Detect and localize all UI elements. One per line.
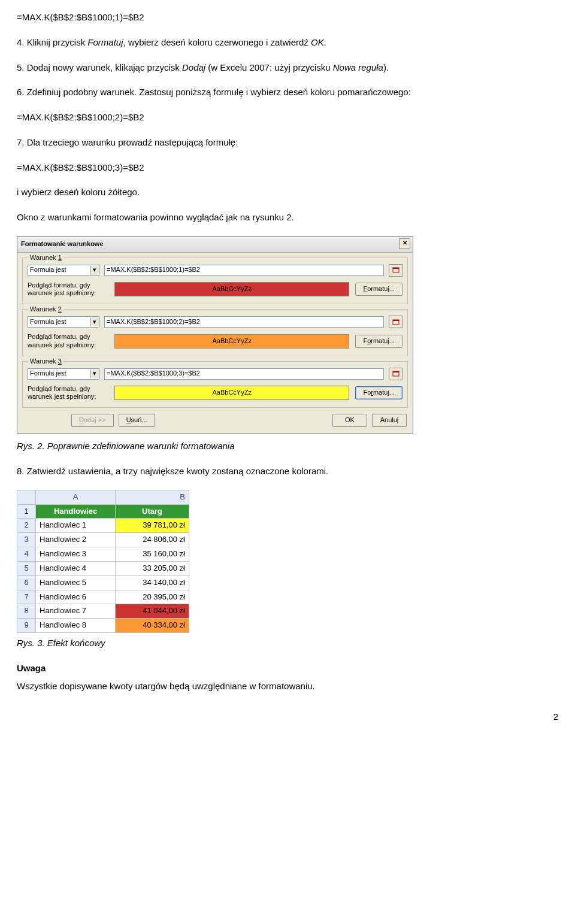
page-number: 2 xyxy=(17,710,558,723)
cell-name: Handlowiec 1 xyxy=(36,519,116,533)
formula-input-2[interactable]: =MAX.K($B$2:$B$1000;2)=$B2 xyxy=(104,316,384,328)
range-picker-icon[interactable] xyxy=(389,264,402,277)
cell-name: Handlowiec 5 xyxy=(36,575,116,590)
table-row: 1HandlowiecUtarg xyxy=(17,504,189,519)
row-header: 3 xyxy=(17,533,36,547)
dialog-titlebar: Formatowanie warunkowe ✕ xyxy=(17,237,413,253)
step-7b: i wybierz deseń koloru żółtego. xyxy=(17,186,558,199)
cell-value: 41 044,00 zł xyxy=(116,604,189,619)
row-header: 9 xyxy=(17,619,36,633)
formula-input-1[interactable]: =MAX.K($B$2:$B$1000;1)=$B2 xyxy=(104,265,384,276)
formula-input-3[interactable]: =MAX.K($B$2:$B$1000;3)=$B2 xyxy=(104,368,384,380)
formula-2: =MAX.K($B$2:$B$1000;2)=$B2 xyxy=(17,111,558,124)
figure-2-caption: Rys. 2. Poprawnie zdefiniowane warunki f… xyxy=(17,440,558,453)
step-5: 5. Dodaj nowy warunek, klikając przycisk… xyxy=(17,61,558,74)
step-6: 6. Zdefiniuj podobny warunek. Zastosuj p… xyxy=(17,86,558,99)
preview-label: Podgląd formatu, gdy warunek jest spełni… xyxy=(28,385,108,402)
cell-name: Handlowiec 6 xyxy=(36,590,116,604)
format-preview-2: AaBbCcYyZz xyxy=(114,334,349,349)
table-row: 7Handlowiec 620 395,00 zł xyxy=(17,590,189,604)
row-header: 2 xyxy=(17,519,36,533)
format-button-3[interactable]: Formatuj... xyxy=(355,386,402,399)
table-row: 2Handlowiec 139 781,00 zł xyxy=(17,519,189,533)
close-icon[interactable]: ✕ xyxy=(399,238,410,249)
row-header: 8 xyxy=(17,604,36,619)
condition-type-dropdown[interactable]: Formuła jest ▾ xyxy=(28,265,99,276)
step-7: 7. Dla trzeciego warunku prowadź następu… xyxy=(17,136,558,149)
conditional-formatting-dialog: Formatowanie warunkowe ✕ Warunek 1 Formu… xyxy=(17,236,413,434)
text: 4. Kliknij przycisk Formatuj, wybierz de… xyxy=(17,37,326,47)
row-header: 4 xyxy=(17,547,36,562)
group-warunek-3: Warunek 3 Formuła jest ▾ =MAX.K($B$2:$B$… xyxy=(22,361,408,408)
formula-3: =MAX.K($B$2:$B$1000;3)=$B2 xyxy=(17,161,558,174)
formula-input-text: =MAX.K($B$2:$B$1000;2)=$B2 xyxy=(107,317,200,327)
table-row: 5Handlowiec 433 205,00 zł xyxy=(17,561,189,575)
header-utarg: Utarg xyxy=(116,504,189,519)
table-row: 3Handlowiec 224 806,00 zł xyxy=(17,533,189,547)
group-warunek-2: Warunek 2 Formuła jest ▾ =MAX.K($B$2:$B$… xyxy=(22,309,408,356)
row-header: 5 xyxy=(17,561,36,575)
group-warunek-1: Warunek 1 Formuła jest ▾ =MAX.K($B$2:$B$… xyxy=(22,257,408,305)
col-header-a: A xyxy=(36,490,116,504)
format-preview-3: AaBbCcYyZz xyxy=(114,386,349,400)
row-header: 7 xyxy=(17,590,36,604)
text: 5. Dodaj nowy warunek, klikając przycisk… xyxy=(17,62,389,72)
format-button-2[interactable]: Formatuj... xyxy=(355,335,402,348)
step-4: 4. Kliknij przycisk Formatuj, wybierz de… xyxy=(17,36,558,49)
note-title-text: Uwaga xyxy=(17,663,46,673)
add-button[interactable]: Dodaj >> xyxy=(71,414,114,427)
range-picker-icon[interactable] xyxy=(389,316,402,328)
header-handlowiec: Handlowiec xyxy=(36,504,116,519)
cell-name: Handlowiec 3 xyxy=(36,547,116,562)
cell-value: 40 334,00 zł xyxy=(116,619,189,633)
condition-type-dropdown-3[interactable]: Formuła jest ▾ xyxy=(28,368,99,380)
chevron-down-icon: ▾ xyxy=(90,369,99,378)
dialog-title: Formatowanie warunkowe xyxy=(21,240,104,247)
dropdown-value: Formuła jest xyxy=(30,317,66,327)
cell-value: 34 140,00 zł xyxy=(116,575,189,590)
step-8: 8. Zatwierdź ustawienia, a trzy najwięks… xyxy=(17,465,558,478)
format-button-1[interactable]: Formatuj... xyxy=(355,283,402,296)
collapse-icon xyxy=(392,319,400,325)
row-header: 1 xyxy=(17,504,36,519)
collapse-icon xyxy=(392,371,400,377)
svg-rect-3 xyxy=(393,320,399,321)
cancel-button[interactable]: Anuluj xyxy=(372,414,407,427)
cell-name: Handlowiec 4 xyxy=(36,561,116,575)
ok-button[interactable]: OK xyxy=(332,414,367,427)
formula-input-text: =MAX.K($B$2:$B$1000;1)=$B2 xyxy=(107,265,200,275)
formula-input-text: =MAX.K($B$2:$B$1000;3)=$B2 xyxy=(107,369,200,378)
formula-0: =MAX.K($B$2:$B$1000;1)=$B2 xyxy=(17,11,558,24)
table-row: 9Handlowiec 840 334,00 zł xyxy=(17,619,189,633)
condition-type-dropdown-2[interactable]: Formuła jest ▾ xyxy=(28,316,99,328)
row-header: 6 xyxy=(17,575,36,590)
legend-1: Warunek 1 xyxy=(28,253,64,263)
note-title: Uwaga xyxy=(17,662,558,675)
cell-value: 33 205,00 zł xyxy=(116,561,189,575)
cell-value: 39 781,00 zł xyxy=(116,519,189,533)
cell-name: Handlowiec 7 xyxy=(36,604,116,619)
chevron-down-icon: ▾ xyxy=(90,266,99,275)
cell-value: 35 160,00 zł xyxy=(116,547,189,562)
table-row: 4Handlowiec 335 160,00 zł xyxy=(17,547,189,562)
result-sheet: A B 1HandlowiecUtarg2Handlowiec 139 781,… xyxy=(17,490,189,633)
corner-cell xyxy=(17,490,36,504)
table-row: 8Handlowiec 741 044,00 zł xyxy=(17,604,189,619)
preview-label: Podgląd formatu, gdy warunek jest spełni… xyxy=(28,281,108,298)
col-header-b: B xyxy=(116,490,189,504)
cell-name: Handlowiec 2 xyxy=(36,533,116,547)
dialog-buttons: Dodaj >> Usuń... OK Anuluj xyxy=(17,410,413,433)
format-preview-1: AaBbCcYyZz xyxy=(114,282,349,296)
note-text: Wszystkie dopisywane kwoty utargów będą … xyxy=(17,680,558,693)
after-sentence: Okno z warunkami formatowania powinno wy… xyxy=(17,211,558,224)
cell-value: 24 806,00 zł xyxy=(116,533,189,547)
dropdown-value: Formuła jest xyxy=(30,265,66,275)
svg-rect-5 xyxy=(393,371,399,372)
range-picker-icon[interactable] xyxy=(389,368,402,380)
legend-3: Warunek 3 xyxy=(28,357,64,366)
delete-button[interactable]: Usuń... xyxy=(119,414,155,427)
cell-value: 20 395,00 zł xyxy=(116,590,189,604)
collapse-icon xyxy=(392,267,400,273)
figure-3-caption: Rys. 3. Efekt końcowy xyxy=(17,637,558,650)
svg-rect-1 xyxy=(393,268,399,269)
